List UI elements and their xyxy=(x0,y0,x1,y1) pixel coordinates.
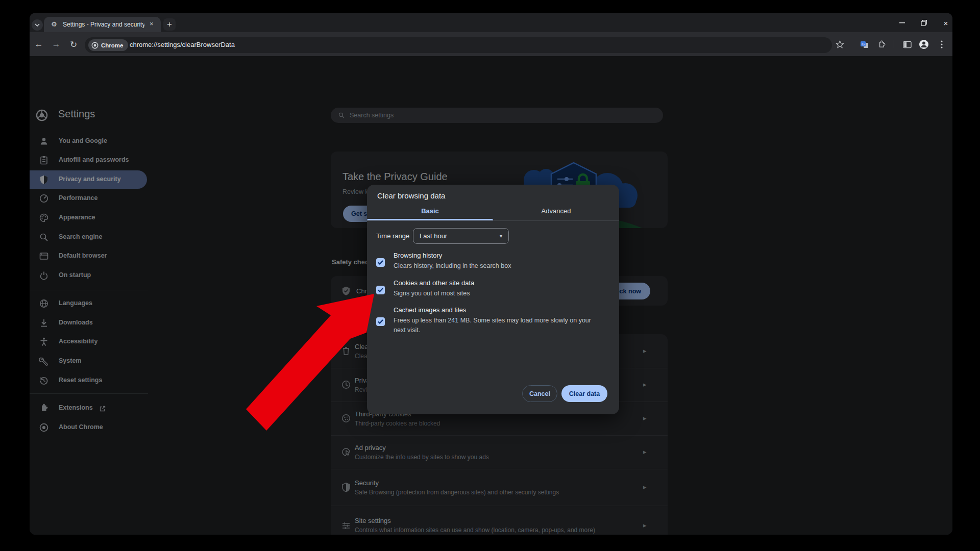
svg-text:G: G xyxy=(862,42,865,46)
plus-icon: + xyxy=(167,19,172,30)
checkbox-title: Browsing history xyxy=(394,252,442,259)
new-tab-button[interactable]: + xyxy=(163,18,176,31)
tab-strip: ⚙ Settings - Privacy and security × + × xyxy=(30,13,952,32)
chrome-logo-icon xyxy=(91,42,99,49)
window-minimize-button[interactable] xyxy=(893,18,911,28)
chrome-url-chip: Chrome xyxy=(88,39,128,51)
translate-button[interactable]: G xyxy=(856,37,872,52)
settings-gear-favicon-icon: ⚙ xyxy=(51,20,57,28)
minimize-icon xyxy=(899,22,905,23)
window-close-button[interactable]: × xyxy=(937,18,952,28)
cancel-button[interactable]: Cancel xyxy=(522,385,557,402)
chevron-down-icon xyxy=(35,23,40,27)
active-tab[interactable]: ⚙ Settings - Privacy and security × xyxy=(44,17,161,32)
extensions-button[interactable] xyxy=(873,37,889,52)
bookmark-button[interactable] xyxy=(832,37,847,52)
tab-search-button[interactable] xyxy=(32,19,43,31)
checkbox-subtitle: Clears history, including in the search … xyxy=(394,261,602,271)
dialog-title: Clear browsing data xyxy=(377,191,445,200)
profile-avatar-icon xyxy=(919,39,929,49)
tab-close-icon[interactable]: × xyxy=(150,20,154,28)
checkbox-subtitle: Frees up less than 241 MB. Some sites ma… xyxy=(394,316,602,336)
translate-icon: G xyxy=(860,40,869,49)
url-text: chrome://settings/clearBrowserData xyxy=(130,41,235,48)
browser-window: ⚙ Settings - Privacy and security × + × … xyxy=(30,13,952,535)
chip-label: Chrome xyxy=(101,42,123,48)
window-restore-button[interactable] xyxy=(915,18,933,28)
close-icon: × xyxy=(944,19,948,28)
clear-browsing-data-dialog: Clear browsing data Basic Advanced Time … xyxy=(367,185,619,414)
dropdown-caret-icon: ▾ xyxy=(500,233,502,239)
bookmark-star-icon xyxy=(836,40,844,49)
browser-menu-button[interactable] xyxy=(934,37,949,52)
time-range-label: Time range xyxy=(376,232,409,240)
tabs-divider xyxy=(367,220,619,221)
reload-button[interactable]: ↻ xyxy=(66,37,81,52)
restore-icon xyxy=(921,20,927,26)
cached-images-checkbox[interactable] xyxy=(376,317,385,326)
time-range-select[interactable]: Last hour ▾ xyxy=(413,228,509,244)
back-button[interactable]: ← xyxy=(32,37,46,52)
side-panel-icon xyxy=(903,41,912,48)
back-arrow-icon: ← xyxy=(35,39,43,49)
checkmark-icon xyxy=(378,260,383,265)
cookies-checkbox[interactable] xyxy=(376,286,385,294)
checkmark-icon xyxy=(378,319,383,324)
tab-advanced[interactable]: Advanced xyxy=(493,207,619,215)
browsing-history-checkbox[interactable] xyxy=(376,258,385,267)
profile-button[interactable] xyxy=(916,37,932,52)
side-panel-button[interactable] xyxy=(899,37,915,52)
screenshot-stage: ⚙ Settings - Privacy and security × + × … xyxy=(0,0,980,551)
reload-icon: ↻ xyxy=(70,39,77,50)
time-range-value: Last hour xyxy=(420,232,447,240)
tab-basic[interactable]: Basic xyxy=(367,207,493,215)
clear-data-button[interactable]: Clear data xyxy=(561,385,607,402)
tab-title: Settings - Privacy and security xyxy=(63,21,144,28)
forward-arrow-icon: → xyxy=(52,39,61,49)
omnibox[interactable]: Chrome chrome://settings/clearBrowserDat… xyxy=(85,37,832,53)
toolbar-divider xyxy=(894,40,894,48)
checkbox-title: Cookies and other site data xyxy=(394,279,474,287)
checkmark-icon xyxy=(378,288,383,292)
checkbox-title: Cached images and files xyxy=(394,306,466,314)
extensions-puzzle-icon xyxy=(877,40,886,49)
kebab-menu-icon xyxy=(941,40,943,48)
forward-button[interactable]: → xyxy=(49,37,63,52)
checkbox-subtitle: Signs you out of most sites xyxy=(394,289,602,298)
